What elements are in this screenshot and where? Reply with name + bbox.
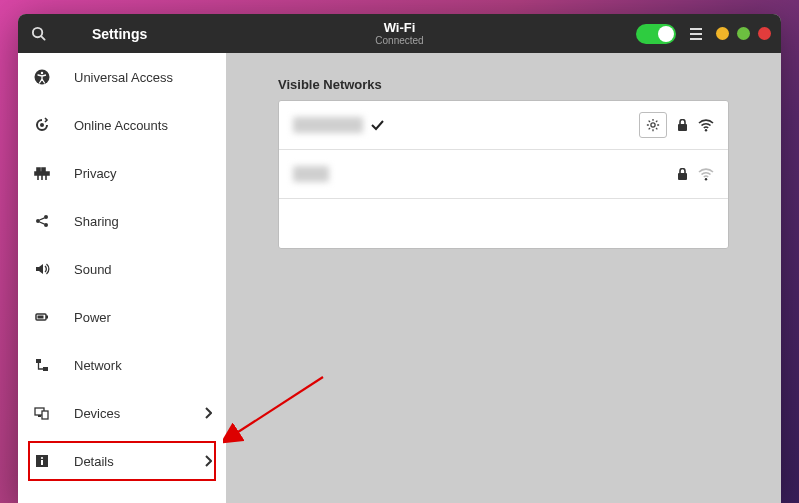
connected-icon xyxy=(371,120,384,131)
svg-point-6 xyxy=(41,72,43,74)
sidebar-item-universal-access[interactable]: Universal Access xyxy=(18,53,226,101)
svg-point-34 xyxy=(705,129,707,131)
network-row[interactable] xyxy=(279,101,728,150)
svg-rect-19 xyxy=(42,411,48,419)
sidebar-item-label: Universal Access xyxy=(74,70,173,85)
svg-line-1 xyxy=(41,36,44,39)
svg-line-32 xyxy=(656,121,657,122)
svg-line-29 xyxy=(649,121,650,122)
sidebar-item-label: Power xyxy=(74,310,111,325)
network-ssid xyxy=(293,117,363,133)
settings-window: Settings Wi-Fi Connected Universal Acces… xyxy=(18,14,781,503)
svg-rect-16 xyxy=(36,359,41,363)
network-ssid xyxy=(293,166,329,182)
section-title: Visible Networks xyxy=(278,77,729,92)
network-settings-button[interactable] xyxy=(639,112,667,138)
svg-line-11 xyxy=(40,218,45,220)
svg-rect-14 xyxy=(46,316,48,319)
svg-rect-20 xyxy=(38,415,41,417)
privacy-icon xyxy=(32,165,52,181)
window-close[interactable] xyxy=(758,27,771,40)
svg-rect-15 xyxy=(38,316,44,319)
online-accounts-icon xyxy=(32,117,52,133)
chevron-right-icon xyxy=(204,455,212,467)
window-minimize[interactable] xyxy=(716,27,729,40)
svg-point-7 xyxy=(40,123,44,127)
network-row[interactable] xyxy=(279,150,728,199)
sidebar-item-online-accounts[interactable]: Online Accounts xyxy=(18,101,226,149)
network-icon xyxy=(32,357,52,373)
sidebar-item-sharing[interactable]: Sharing xyxy=(18,197,226,245)
svg-line-12 xyxy=(40,222,45,224)
lock-icon xyxy=(677,168,688,181)
wifi-strength-icon xyxy=(698,168,714,181)
panel-title: Wi-Fi xyxy=(375,21,423,35)
search-button[interactable] xyxy=(22,18,54,50)
svg-rect-17 xyxy=(43,367,48,371)
svg-point-36 xyxy=(705,178,707,180)
network-row-empty xyxy=(279,199,728,248)
chevron-right-icon xyxy=(204,407,212,419)
panel-subtitle: Connected xyxy=(375,35,423,46)
devices-icon xyxy=(32,405,52,421)
app-title: Settings xyxy=(92,26,147,42)
lock-icon xyxy=(677,119,688,132)
sidebar-item-devices[interactable]: Devices xyxy=(18,389,226,437)
window-maximize[interactable] xyxy=(737,27,750,40)
sidebar-item-label: Online Accounts xyxy=(74,118,168,133)
headerbar: Settings Wi-Fi Connected xyxy=(18,14,781,53)
wifi-strength-icon xyxy=(698,119,714,132)
svg-rect-33 xyxy=(678,124,687,131)
sidebar-item-details[interactable]: Details xyxy=(18,437,226,485)
svg-line-31 xyxy=(649,128,650,129)
main-panel: Visible Networks xyxy=(226,53,781,503)
sharing-icon xyxy=(32,213,52,229)
menu-button[interactable] xyxy=(684,22,708,46)
sidebar-item-label: Sound xyxy=(74,262,112,277)
sidebar-item-network[interactable]: Network xyxy=(18,341,226,389)
annotation-highlight xyxy=(28,441,216,481)
svg-point-24 xyxy=(651,123,655,127)
sidebar-item-power[interactable]: Power xyxy=(18,293,226,341)
header-center: Wi-Fi Connected xyxy=(375,21,423,46)
network-list xyxy=(278,100,729,249)
accessibility-icon xyxy=(32,69,52,85)
sidebar-item-label: Devices xyxy=(74,406,120,421)
sidebar-item-label: Sharing xyxy=(74,214,119,229)
svg-line-30 xyxy=(656,128,657,129)
svg-rect-35 xyxy=(678,173,687,180)
sound-icon xyxy=(32,261,52,277)
sidebar-item-privacy[interactable]: Privacy xyxy=(18,149,226,197)
sidebar-item-sound[interactable]: Sound xyxy=(18,245,226,293)
power-icon xyxy=(32,309,52,325)
sidebar-item-label: Privacy xyxy=(74,166,117,181)
sidebar-item-label: Network xyxy=(74,358,122,373)
sidebar: Universal Access Online Accounts Privacy… xyxy=(18,53,226,503)
wifi-toggle[interactable] xyxy=(636,24,676,44)
